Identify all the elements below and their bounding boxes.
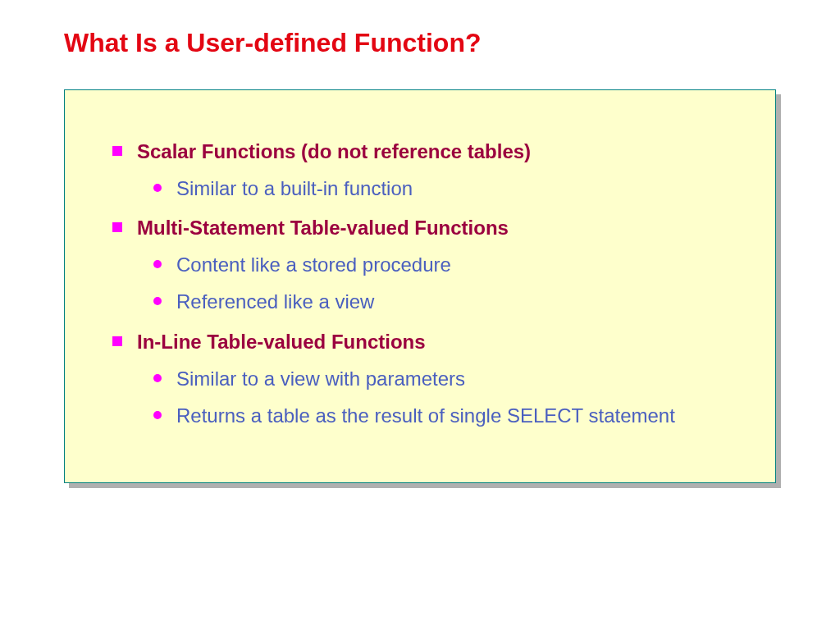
round-bullet-icon: [153, 297, 162, 305]
sub-list-item-text: Similar to a built-in function: [176, 176, 413, 201]
round-bullet-icon: [153, 374, 162, 382]
sub-list-item: Content like a stored procedure: [153, 252, 742, 277]
slide-title: What Is a User-defined Function?: [64, 28, 776, 58]
sub-list-item-text: Similar to a view with parameters: [176, 366, 465, 391]
square-bullet-icon: [112, 146, 122, 156]
round-bullet-icon: [153, 184, 162, 192]
main-list: Scalar Functions (do not reference table…: [112, 139, 742, 428]
sub-list: Similar to a view with parameters Return…: [153, 366, 742, 428]
sub-list-item-text: Returns a table as the result of single …: [176, 403, 675, 428]
sub-list: Content like a stored procedure Referenc…: [153, 252, 742, 314]
sub-list-item: Referenced like a view: [153, 289, 742, 314]
round-bullet-icon: [153, 260, 162, 268]
list-item-heading: In-Line Table-valued Functions: [137, 330, 426, 354]
sub-list: Similar to a built-in function: [153, 176, 742, 201]
square-bullet-icon: [112, 222, 122, 232]
sub-list-item: Returns a table as the result of single …: [153, 403, 742, 428]
sub-list-item-text: Content like a stored procedure: [176, 252, 451, 277]
sub-list-item: Similar to a view with parameters: [153, 366, 742, 391]
sub-list-item-text: Referenced like a view: [176, 289, 374, 314]
content-box: Scalar Functions (do not reference table…: [64, 89, 776, 483]
square-bullet-icon: [112, 336, 122, 346]
sub-list-item: Similar to a built-in function: [153, 176, 742, 201]
list-item-heading: Scalar Functions (do not reference table…: [137, 139, 531, 164]
list-item: Scalar Functions (do not reference table…: [112, 139, 742, 164]
round-bullet-icon: [153, 411, 162, 419]
list-item-heading: Multi-Statement Table-valued Functions: [137, 216, 509, 240]
slide: What Is a User-defined Function? Scalar …: [0, 0, 840, 630]
list-item: Multi-Statement Table-valued Functions: [112, 216, 742, 240]
content-box-shadow: Scalar Functions (do not reference table…: [64, 89, 776, 483]
list-item: In-Line Table-valued Functions: [112, 330, 742, 354]
